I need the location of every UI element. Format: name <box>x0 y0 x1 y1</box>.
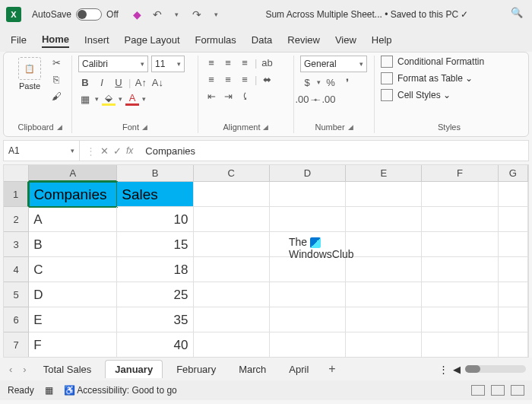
cell[interactable]: D <box>29 282 117 307</box>
cell[interactable]: 10 <box>117 207 193 232</box>
menu-review[interactable]: Review <box>287 34 320 47</box>
menu-formulas[interactable]: Formulas <box>195 34 236 47</box>
cell[interactable] <box>346 307 422 332</box>
font-size-combo[interactable]: 11▾ <box>151 56 185 72</box>
sheet-prev-icon[interactable]: ‹ <box>6 364 15 375</box>
cell[interactable] <box>270 207 346 232</box>
search-icon[interactable]: 🔍 <box>511 7 526 22</box>
align-left-icon[interactable]: ≡ <box>204 72 218 86</box>
col-header-b[interactable]: B <box>117 165 193 182</box>
cell[interactable] <box>346 282 422 307</box>
undo-dropdown-icon[interactable]: ▾ <box>170 8 184 21</box>
add-sheet-icon[interactable]: + <box>322 362 341 376</box>
sheet-tab[interactable]: February <box>167 361 225 378</box>
cell-g1[interactable] <box>499 182 528 207</box>
cell[interactable]: 40 <box>117 332 193 358</box>
col-header-f[interactable]: F <box>422 165 498 182</box>
col-header-e[interactable]: E <box>346 165 422 182</box>
formula-input[interactable]: Companies <box>139 145 528 157</box>
col-header-a[interactable]: A <box>29 165 117 182</box>
font-color-icon[interactable]: A <box>125 92 139 106</box>
cell-b1[interactable]: Sales <box>117 182 193 207</box>
enter-formula-icon[interactable]: ✓ <box>113 145 122 157</box>
wrap-text-icon[interactable]: ab <box>260 56 274 69</box>
sheet-tab[interactable]: April <box>280 361 318 378</box>
cell[interactable]: F <box>29 332 117 358</box>
orientation-icon[interactable]: ⤹ <box>238 89 252 103</box>
row-header[interactable]: 2 <box>4 207 29 232</box>
cell-styles-button[interactable]: Cell Styles ⌄ <box>381 89 518 101</box>
cell[interactable] <box>499 207 528 232</box>
cell[interactable] <box>422 257 498 282</box>
name-box[interactable]: A1▾ <box>4 141 80 161</box>
decrease-decimal-icon[interactable]: ←.00 <box>317 92 331 106</box>
menu-page-layout[interactable]: Page Layout <box>125 34 180 47</box>
merge-icon[interactable]: ⬌ <box>260 72 274 86</box>
cell[interactable] <box>346 332 422 358</box>
cell[interactable] <box>422 207 498 232</box>
col-header-c[interactable]: C <box>194 165 270 182</box>
col-header-d[interactable]: D <box>270 165 346 182</box>
cancel-formula-icon[interactable]: ✕ <box>100 145 109 157</box>
normal-view-icon[interactable] <box>471 385 485 396</box>
autosave-control[interactable]: AutoSave Off <box>32 8 119 21</box>
number-launcher-icon[interactable]: ◢ <box>348 123 353 131</box>
page-break-view-icon[interactable] <box>511 385 524 396</box>
row-header[interactable]: 4 <box>4 257 29 282</box>
align-middle-icon[interactable]: ≡ <box>221 56 235 69</box>
align-center-icon[interactable]: ≡ <box>221 72 235 86</box>
macro-icon[interactable]: ▦ <box>45 385 53 396</box>
cell[interactable] <box>422 282 498 307</box>
horizontal-scrollbar[interactable] <box>465 365 526 373</box>
cell[interactable] <box>499 232 528 257</box>
row-header[interactable]: 3 <box>4 232 29 257</box>
page-layout-view-icon[interactable] <box>491 385 505 396</box>
cell[interactable] <box>499 282 528 307</box>
select-all-corner[interactable] <box>4 165 29 182</box>
qat-customize-icon[interactable]: ▾ <box>210 8 223 21</box>
cell[interactable]: E <box>29 307 117 332</box>
italic-button[interactable]: I <box>95 75 109 89</box>
font-launcher-icon[interactable]: ◢ <box>142 123 147 131</box>
cell[interactable] <box>499 332 528 358</box>
cell-d1[interactable] <box>270 182 346 207</box>
menu-view[interactable]: View <box>335 34 356 47</box>
cell-f1[interactable] <box>422 182 498 207</box>
scroll-left-icon[interactable]: ◀ <box>453 364 461 375</box>
cell[interactable] <box>270 307 346 332</box>
cell[interactable] <box>270 257 346 282</box>
undo-icon[interactable]: ↶ <box>150 8 164 21</box>
cell[interactable]: C <box>29 257 117 282</box>
cell-a1[interactable]: Companies <box>29 182 117 207</box>
menu-help[interactable]: Help <box>372 34 392 47</box>
cell[interactable]: B <box>29 232 117 257</box>
paste-button[interactable]: 📋 Paste <box>14 56 45 91</box>
cell[interactable]: 35 <box>117 307 193 332</box>
accessibility-status[interactable]: ♿ Accessibility: Good to go <box>64 385 177 396</box>
row-header[interactable]: 5 <box>4 282 29 307</box>
sheet-tab[interactable]: March <box>230 361 275 378</box>
cell[interactable] <box>346 207 422 232</box>
format-as-table-button[interactable]: Format as Table ⌄ <box>381 72 518 84</box>
cell[interactable] <box>194 307 270 332</box>
align-bottom-icon[interactable]: ≡ <box>238 56 252 69</box>
cell[interactable] <box>194 257 270 282</box>
alignment-launcher-icon[interactable]: ◢ <box>263 123 268 131</box>
cell[interactable] <box>346 232 422 257</box>
cell[interactable] <box>422 332 498 358</box>
border-icon[interactable]: ▦ <box>78 92 92 106</box>
cell[interactable] <box>422 232 498 257</box>
decrease-indent-icon[interactable]: ⇤ <box>204 89 218 103</box>
fill-color-icon[interactable]: ⬙ <box>102 92 116 106</box>
cut-icon[interactable]: ✂ <box>49 56 63 69</box>
decrease-font-icon[interactable]: A↓ <box>150 75 164 89</box>
cell[interactable] <box>194 232 270 257</box>
sheet-menu-icon[interactable]: ⋮ <box>439 364 448 375</box>
row-header[interactable]: 7 <box>4 332 29 358</box>
bold-button[interactable]: B <box>78 75 92 89</box>
comma-icon[interactable]: ❜ <box>340 75 354 89</box>
sheet-tab[interactable]: Total Sales <box>34 361 101 378</box>
underline-button[interactable]: U <box>112 75 125 89</box>
row-header-1[interactable]: 1 <box>4 182 29 207</box>
increase-font-icon[interactable]: A↑ <box>134 75 147 89</box>
